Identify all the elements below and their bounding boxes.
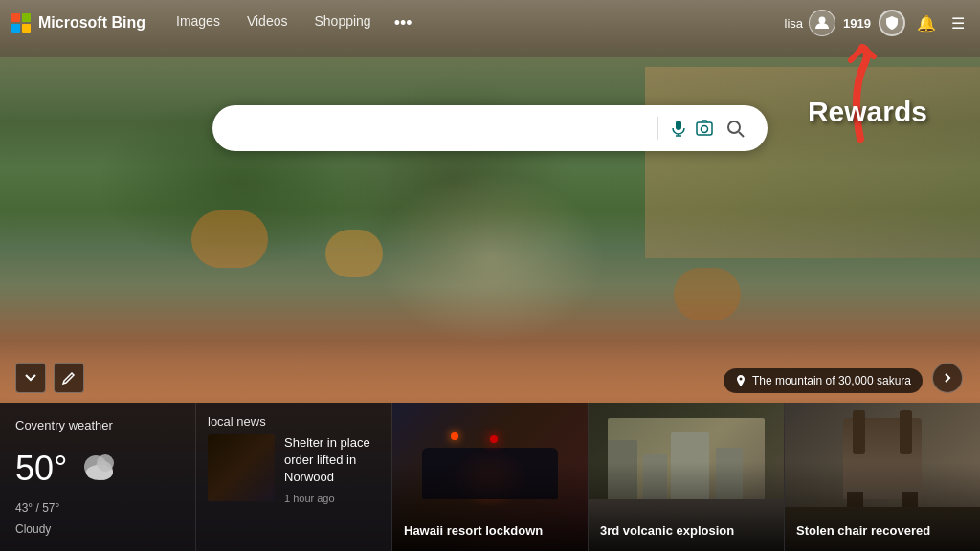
chair-news-title: Stolen chair recovered	[796, 523, 969, 540]
user-section: lisa	[785, 10, 836, 36]
ms-logo-red	[11, 13, 20, 22]
bg-autumn3	[674, 268, 741, 320]
weather-condition: Cloudy	[15, 522, 180, 536]
svg-rect-1	[676, 121, 681, 130]
microphone-button[interactable]	[666, 116, 691, 141]
local-news-card[interactable]: local news Shelter in place order lifted…	[196, 403, 392, 551]
local-news-info: Shelter in place order lifted in Norwood…	[284, 434, 380, 540]
search-icon	[725, 119, 745, 138]
username-label: lisa	[785, 16, 804, 31]
local-news-thumbnail	[208, 434, 275, 501]
volcano-news-title: 3rd volcanic explosion	[600, 523, 772, 540]
nav-images[interactable]: Images	[165, 8, 232, 39]
hawaii-news-title: Hawaii resort lockdown	[404, 523, 576, 540]
search-button[interactable]	[718, 115, 752, 142]
nav-shopping[interactable]: Shopping	[302, 8, 382, 39]
weather-title: Coventry weather	[15, 418, 180, 432]
search-input[interactable]	[228, 120, 650, 137]
next-image-button[interactable]	[932, 363, 963, 393]
shield-icon	[884, 15, 900, 31]
cloudy-icon	[78, 444, 122, 487]
hamburger-menu-button[interactable]: ☰	[947, 11, 969, 36]
ms-logo-blue	[11, 24, 20, 33]
location-badge: The mountain of 30,000 sakura	[724, 368, 923, 393]
svg-line-7	[739, 132, 744, 137]
weather-icon	[78, 444, 122, 495]
local-news-headline: Shelter in place order lifted in Norwood	[284, 434, 380, 487]
weather-temperature: 50°	[15, 449, 67, 489]
bg-village	[375, 172, 605, 344]
hawaii-news-card[interactable]: Hawaii resort lockdown	[392, 403, 589, 551]
rewards-icon-button[interactable]	[879, 10, 905, 36]
search-container	[212, 105, 768, 151]
navbar: Microsoft Bing Images Videos Shopping ••…	[0, 0, 980, 46]
edit-button[interactable]	[54, 363, 84, 393]
search-divider	[657, 117, 658, 140]
pencil-icon	[62, 371, 76, 385]
news-bar: Coventry weather 50° 43° / 57° Cloudy lo…	[0, 403, 980, 551]
volcano-news-card[interactable]: 3rd volcanic explosion	[589, 403, 785, 551]
search-box	[212, 105, 768, 151]
weather-main: 50°	[15, 444, 180, 495]
user-icon	[814, 15, 830, 31]
svg-point-6	[728, 121, 740, 133]
svg-point-0	[819, 17, 826, 24]
user-avatar-button[interactable]	[809, 10, 835, 36]
camera-icon	[695, 119, 714, 138]
microphone-icon	[670, 120, 687, 137]
chevron-down-icon	[24, 371, 37, 385]
local-news-header: local news	[196, 403, 391, 434]
ms-logo	[11, 13, 31, 33]
chair-back2	[900, 410, 911, 455]
nav-links: Images Videos Shopping •••	[165, 8, 785, 39]
bg-autumn2	[325, 230, 383, 277]
svg-point-5	[702, 126, 708, 133]
weather-card[interactable]: Coventry weather 50° 43° / 57° Cloudy	[0, 403, 196, 551]
nav-more-button[interactable]: •••	[387, 8, 420, 39]
logo-area[interactable]: Microsoft Bing	[11, 13, 145, 33]
location-text: The mountain of 30,000 sakura	[752, 374, 911, 387]
location-pin-icon	[735, 375, 746, 386]
brand-name: Microsoft Bing	[38, 14, 145, 32]
nav-right: lisa 1919 🔔 ☰	[785, 10, 969, 36]
image-actions	[15, 363, 84, 393]
nav-videos[interactable]: Videos	[235, 8, 300, 39]
svg-point-11	[97, 454, 114, 472]
weather-range: 43° / 57°	[15, 501, 180, 515]
image-search-button[interactable]	[691, 115, 718, 142]
bg-autumn1	[191, 210, 268, 268]
ms-logo-yellow	[22, 24, 31, 33]
chevron-right-icon	[942, 372, 953, 384]
local-news-time: 1 hour ago	[284, 493, 380, 504]
chair-news-card[interactable]: Stolen chair recovered	[785, 403, 980, 551]
chair-back1	[853, 410, 864, 455]
local-news-body: Shelter in place order lifted in Norwood…	[196, 434, 391, 551]
rewards-label: Rewards	[808, 96, 927, 128]
rewards-count: 1919	[843, 16, 871, 31]
ms-logo-green	[22, 13, 31, 22]
collapse-button[interactable]	[15, 363, 46, 393]
notifications-button[interactable]: 🔔	[913, 11, 940, 36]
